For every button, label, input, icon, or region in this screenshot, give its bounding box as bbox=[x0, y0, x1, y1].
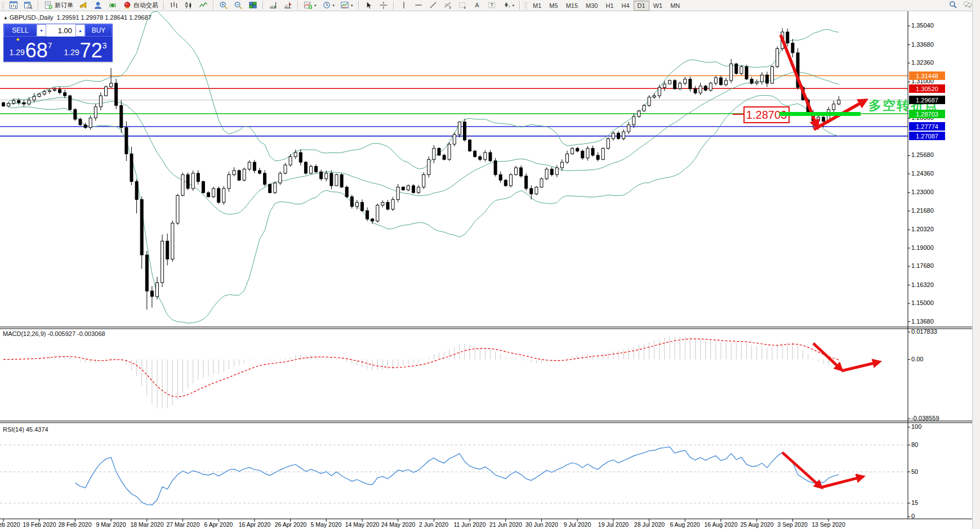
candle bbox=[335, 174, 338, 186]
search-icon[interactable] bbox=[948, 1, 957, 10]
candlestick-chart-type-icon[interactable] bbox=[181, 0, 196, 11]
volume-increase-button[interactable]: ▲ bbox=[75, 24, 85, 37]
candle bbox=[350, 197, 353, 207]
candle bbox=[99, 96, 102, 107]
candle bbox=[110, 83, 113, 87]
strategy-tester-icon[interactable] bbox=[105, 0, 120, 11]
candle bbox=[212, 189, 215, 197]
trendline-tool-icon[interactable] bbox=[426, 0, 440, 11]
timeframe-h1-button[interactable]: H1 bbox=[602, 1, 617, 11]
toolbar-grip[interactable] bbox=[2, 1, 5, 10]
text-label-tool-icon[interactable]: T bbox=[484, 0, 499, 11]
candle bbox=[386, 203, 389, 209]
timeframe-m30-button[interactable]: M30 bbox=[582, 1, 602, 11]
candle bbox=[740, 66, 743, 73]
buy-button[interactable]: BUY bbox=[85, 24, 112, 37]
expert-advisors-icon[interactable] bbox=[76, 0, 91, 11]
one-click-trade-panel: SELL ▼ 1.00 ▲ BUY ◆ 1.29 68 7 1.29 72 3 bbox=[3, 24, 113, 62]
vertical-line-tool-icon[interactable] bbox=[397, 0, 411, 11]
volume-decrease-button[interactable]: ▼ bbox=[37, 24, 46, 37]
text-tool-icon[interactable]: A bbox=[470, 0, 484, 11]
candle bbox=[576, 149, 579, 151]
buy-price[interactable]: 1.29 72 3 bbox=[59, 37, 112, 61]
fibonacci-tool-icon[interactable]: F bbox=[440, 0, 455, 11]
candle bbox=[607, 138, 609, 148]
collapse-triangle-icon[interactable]: ▲ bbox=[3, 15, 8, 20]
candle bbox=[397, 187, 399, 200]
candle bbox=[591, 149, 594, 155]
tile-windows-icon[interactable] bbox=[246, 0, 260, 11]
auto-scroll-icon[interactable] bbox=[266, 0, 280, 11]
timeframe-w1-button[interactable]: W1 bbox=[649, 1, 667, 11]
timeframe-m1-button[interactable]: M1 bbox=[529, 1, 545, 11]
candle bbox=[550, 169, 553, 175]
autotrading-button[interactable]: 自动交易 bbox=[120, 0, 161, 11]
candle bbox=[233, 171, 235, 174]
candle bbox=[694, 89, 697, 93]
rsi-tick-label: 80 bbox=[911, 441, 918, 448]
svg-text:A: A bbox=[475, 2, 479, 8]
toolbar-grip[interactable] bbox=[524, 1, 527, 10]
candle bbox=[822, 117, 825, 121]
crosshair-tool-icon[interactable] bbox=[376, 0, 391, 11]
line-chart-type-icon[interactable] bbox=[196, 0, 211, 11]
sell-button[interactable]: SELL bbox=[4, 24, 37, 37]
timeframe-mn-button[interactable]: MN bbox=[666, 1, 684, 11]
candle bbox=[663, 84, 666, 87]
chart-shift-icon[interactable] bbox=[280, 0, 295, 11]
ohlc-quotes-label: 1.29591 1.29978 1.28641 1.29687 bbox=[57, 14, 152, 21]
zoom-in-icon[interactable] bbox=[216, 0, 231, 11]
rsi-tick-label: 100 bbox=[911, 423, 921, 430]
terminal-icon[interactable] bbox=[91, 0, 105, 11]
chat-icon[interactable] bbox=[963, 1, 972, 10]
rsi-panel bbox=[0, 445, 908, 505]
candle bbox=[94, 107, 97, 118]
candle bbox=[704, 86, 707, 90]
candle bbox=[622, 132, 625, 138]
equidistant-channel-tool-icon[interactable]: F bbox=[455, 0, 470, 11]
candle bbox=[755, 82, 758, 84]
date-tick-label: 28 Feb 2020 bbox=[59, 521, 92, 528]
candle bbox=[366, 210, 369, 219]
candle bbox=[458, 122, 461, 135]
date-tick-label: 9 Mar 2020 bbox=[96, 521, 126, 528]
timeframe-d1-button[interactable]: D1 bbox=[634, 1, 649, 11]
candle bbox=[709, 83, 712, 90]
period-selector-icon[interactable]: ▾ bbox=[319, 0, 338, 11]
annotation-arrow[interactable] bbox=[813, 343, 841, 370]
templates-icon[interactable]: ▾ bbox=[337, 0, 356, 11]
profiles-icon[interactable] bbox=[21, 0, 35, 11]
annotation-arrow[interactable] bbox=[782, 452, 821, 487]
price-tick-label: 1.23000 bbox=[911, 189, 934, 195]
annotation-green-segment[interactable] bbox=[779, 112, 861, 116]
candle bbox=[217, 189, 220, 203]
timeframe-m5-button[interactable]: M5 bbox=[545, 1, 562, 11]
sell-marker-icon: ◆ bbox=[16, 37, 19, 42]
candle bbox=[269, 185, 271, 193]
arrows-tool-icon[interactable]: ▾ bbox=[499, 0, 518, 11]
bar-chart-type-icon[interactable] bbox=[167, 0, 181, 11]
rsi-tick-label: 50 bbox=[911, 468, 918, 475]
add-indicator-button[interactable]: ▾ bbox=[301, 0, 319, 11]
candle bbox=[832, 104, 835, 110]
candle bbox=[125, 128, 128, 154]
candle bbox=[627, 125, 630, 132]
candle bbox=[571, 149, 574, 154]
candle bbox=[371, 219, 374, 221]
new-order-button[interactable]: 新订单 bbox=[41, 0, 76, 11]
annotation-arrow[interactable] bbox=[821, 477, 863, 487]
window-scrollbar-gutter[interactable] bbox=[972, 0, 980, 529]
macd-tick-label: -0.038559 bbox=[911, 415, 939, 422]
candle bbox=[74, 110, 77, 119]
charts-list-icon[interactable] bbox=[6, 0, 21, 11]
horizontal-line-tool-icon[interactable] bbox=[411, 0, 426, 11]
candle bbox=[817, 117, 819, 120]
cursor-tool-icon[interactable] bbox=[362, 0, 376, 11]
volume-input[interactable]: 1.00 bbox=[46, 24, 75, 37]
candle bbox=[140, 200, 143, 255]
timeframe-m15-button[interactable]: M15 bbox=[562, 1, 582, 11]
sell-price[interactable]: 1.29 68 7 bbox=[4, 37, 57, 61]
timeframe-h4-button[interactable]: H4 bbox=[618, 1, 634, 11]
annotation-arrow[interactable] bbox=[841, 362, 879, 371]
zoom-out-icon[interactable] bbox=[231, 0, 246, 11]
